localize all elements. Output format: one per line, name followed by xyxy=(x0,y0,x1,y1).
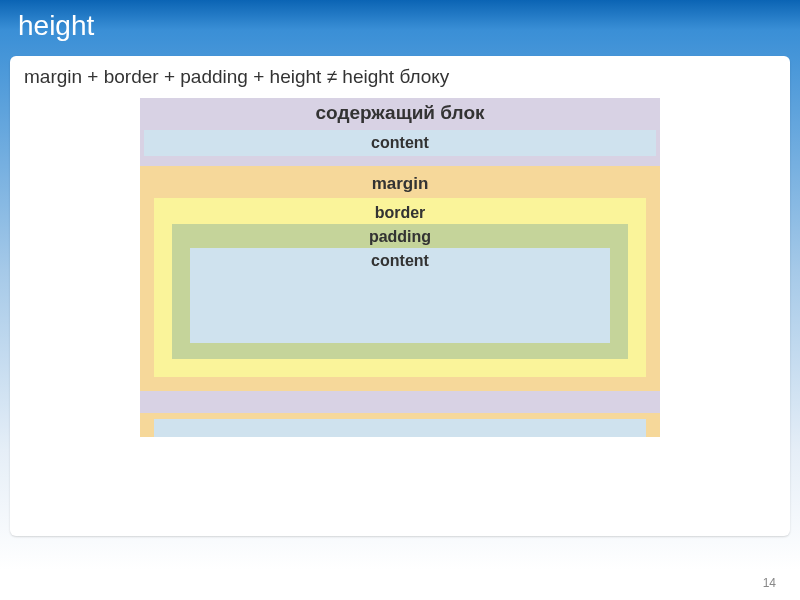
top-content-bar: content xyxy=(144,130,656,156)
padding-box: padding content xyxy=(172,224,628,359)
slide-title: height xyxy=(0,0,800,56)
second-margin-box xyxy=(140,413,660,437)
padding-label: padding xyxy=(190,226,610,248)
content-box: content xyxy=(190,248,610,343)
containing-block-label: содержащий блок xyxy=(140,102,660,130)
slide-card: margin + border + padding + height ≠ hei… xyxy=(10,56,790,536)
border-box: border padding content xyxy=(154,198,646,377)
margin-label: margin xyxy=(154,172,646,198)
formula-text: margin + border + padding + height ≠ hei… xyxy=(10,66,790,98)
containing-block: содержащий блок content margin border pa… xyxy=(140,98,660,437)
margin-box: margin border padding content xyxy=(140,166,660,391)
gap-after-top-content xyxy=(140,156,660,166)
border-label: border xyxy=(172,202,628,224)
second-content-bar xyxy=(154,419,646,437)
box-model-diagram: содержащий блок content margin border pa… xyxy=(140,98,660,437)
gap-before-second-block xyxy=(140,399,660,413)
page-number: 14 xyxy=(763,576,776,590)
